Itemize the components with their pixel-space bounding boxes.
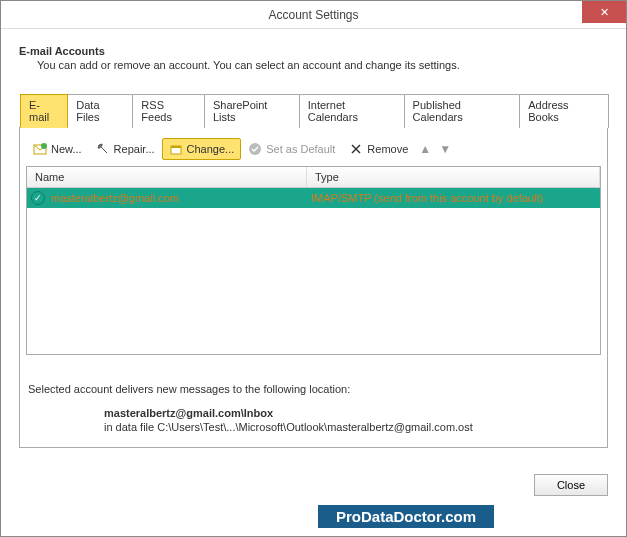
window-close-button[interactable]: ✕ — [582, 1, 626, 23]
close-icon: ✕ — [600, 6, 609, 19]
move-up-button: ▲ — [415, 139, 435, 159]
repair-button[interactable]: Repair... — [89, 138, 162, 160]
repair-label: Repair... — [114, 143, 155, 155]
remove-button[interactable]: Remove — [342, 138, 415, 160]
window-title: Account Settings — [1, 8, 626, 22]
tab-email[interactable]: E-mail — [20, 94, 68, 128]
location-path-bold: masteralbertz@gmail.com\Inbox — [104, 407, 603, 419]
tab-rss-feeds[interactable]: RSS Feeds — [132, 94, 205, 128]
move-down-button: ▼ — [435, 139, 455, 159]
accounts-table: Name Type ✓ masteralbertz@gmail.com IMAP… — [26, 166, 601, 355]
arrow-up-icon: ▲ — [419, 142, 431, 156]
tab-address-books[interactable]: Address Books — [519, 94, 609, 128]
titlebar: Account Settings ✕ — [1, 1, 626, 29]
new-label: New... — [51, 143, 82, 155]
default-check-icon: ✓ — [31, 191, 45, 205]
new-button[interactable]: New... — [26, 138, 89, 160]
cell-type: IMAP/SMTP (send from this account by def… — [311, 192, 596, 204]
arrow-down-icon: ▼ — [439, 142, 451, 156]
table-body: ✓ masteralbertz@gmail.com IMAP/SMTP (sen… — [27, 188, 600, 354]
toolbar: New... Repair... Change... — [24, 136, 603, 166]
tab-published-calendars[interactable]: Published Calendars — [404, 94, 521, 128]
footer: Close — [534, 474, 608, 496]
location-detail: masteralbertz@gmail.com\Inbox in data fi… — [24, 407, 603, 433]
location-intro: Selected account delivers new messages t… — [24, 383, 603, 395]
svg-rect-3 — [171, 146, 181, 148]
watermark: ProDataDoctor.com — [316, 503, 496, 530]
change-label: Change... — [187, 143, 235, 155]
tab-internet-calendars[interactable]: Internet Calendars — [299, 94, 405, 128]
check-circle-icon — [248, 142, 262, 156]
column-header-name[interactable]: Name — [27, 167, 307, 187]
change-button[interactable]: Change... — [162, 138, 242, 160]
tab-panel: New... Repair... Change... — [19, 128, 608, 448]
section-heading: E-mail Accounts — [19, 45, 608, 57]
account-settings-window: Account Settings ✕ E-mail Accounts You c… — [0, 0, 627, 537]
section-subheading: You can add or remove an account. You ca… — [19, 59, 608, 71]
tab-data-files[interactable]: Data Files — [67, 94, 133, 128]
table-header: Name Type — [27, 167, 600, 188]
tab-sharepoint-lists[interactable]: SharePoint Lists — [204, 94, 300, 128]
svg-point-1 — [41, 143, 47, 149]
remove-label: Remove — [367, 143, 408, 155]
tab-strip: E-mail Data Files RSS Feeds SharePoint L… — [19, 93, 608, 128]
close-button[interactable]: Close — [534, 474, 608, 496]
cell-name: masteralbertz@gmail.com — [49, 192, 311, 204]
repair-icon — [96, 142, 110, 156]
content-area: E-mail Accounts You can add or remove an… — [1, 29, 626, 458]
set-default-button: Set as Default — [241, 138, 342, 160]
column-header-type[interactable]: Type — [307, 167, 600, 187]
location-path-sub: in data file C:\Users\Test\...\Microsoft… — [104, 421, 603, 433]
set-default-label: Set as Default — [266, 143, 335, 155]
change-icon — [169, 142, 183, 156]
table-row[interactable]: ✓ masteralbertz@gmail.com IMAP/SMTP (sen… — [27, 188, 600, 208]
remove-icon — [349, 142, 363, 156]
new-icon — [33, 142, 47, 156]
